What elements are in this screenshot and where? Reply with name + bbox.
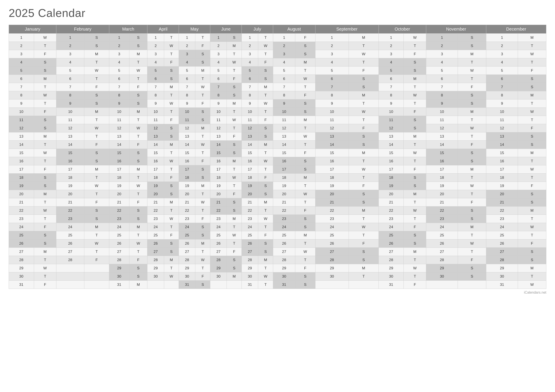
day-num-july-22: 22 — [241, 206, 258, 215]
day-num-february-4: 4 — [56, 58, 84, 66]
day-num-april-19: 19 — [147, 182, 164, 190]
day-num-march-16: 16 — [109, 157, 129, 165]
day-num-june-9: 9 — [210, 100, 226, 108]
calendar-row-18: 18S18T18T18F18S18W18F18M18T18S18T18T — [9, 174, 546, 182]
day-letter-june-24: T — [227, 223, 242, 231]
day-num-december-10: 10 — [486, 108, 518, 116]
day-num-february-28: 28 — [56, 256, 84, 264]
day-num-november-6: 6 — [426, 75, 458, 83]
day-num-february-31 — [56, 281, 84, 289]
day-letter-september-9: T — [349, 100, 379, 108]
day-letter-august-9: S — [295, 100, 315, 108]
day-letter-july-6: S — [258, 75, 273, 83]
day-letter-december-21: S — [518, 198, 546, 206]
day-letter-january-10: F — [34, 108, 56, 116]
day-num-september-9: 9 — [315, 100, 349, 108]
day-num-september-18: 18 — [315, 174, 349, 182]
calendar-row-12: 12S12W12W12S12M12T12S12T12F12S12W12F — [9, 124, 546, 132]
day-num-august-20: 20 — [273, 190, 295, 198]
day-letter-january-18: S — [34, 174, 56, 182]
day-letter-july-16: W — [258, 157, 273, 165]
day-num-september-13: 13 — [315, 132, 349, 141]
day-letter-july-19: S — [258, 182, 273, 190]
day-num-february-26: 26 — [56, 240, 84, 248]
day-letter-september-24: W — [349, 223, 379, 231]
day-letter-june-29: S — [227, 264, 242, 272]
day-num-january-15: 15 — [9, 149, 34, 157]
day-letter-june-15: S — [227, 149, 242, 157]
day-letter-january-2: T — [34, 42, 56, 50]
day-letter-july-29: T — [258, 264, 273, 272]
month-header-february: February — [56, 25, 109, 34]
day-letter-may-20: T — [195, 190, 210, 198]
day-letter-january-3: F — [34, 50, 56, 58]
day-num-may-13: 13 — [179, 132, 195, 141]
day-num-july-29: 29 — [241, 264, 258, 272]
day-letter-january-21: T — [34, 198, 56, 206]
day-letter-february-26: W — [84, 240, 109, 248]
day-num-june-10: 10 — [210, 108, 226, 116]
day-letter-december-22: M — [518, 206, 546, 215]
day-num-january-4: 4 — [9, 58, 34, 66]
day-letter-november-18: T — [458, 174, 486, 182]
day-num-april-3: 3 — [147, 50, 164, 58]
day-letter-april-28: M — [164, 256, 179, 264]
day-letter-november-14: F — [458, 141, 486, 149]
day-num-april-15: 15 — [147, 149, 164, 157]
day-num-june-14: 14 — [210, 141, 226, 149]
day-letter-july-26: S — [258, 240, 273, 248]
day-letter-october-11: S — [404, 116, 426, 124]
day-letter-april-19: S — [164, 182, 179, 190]
day-num-may-20: 20 — [179, 190, 195, 198]
day-letter-october-6: M — [404, 75, 426, 83]
day-letter-june-7: S — [227, 83, 242, 91]
day-num-august-25: 25 — [273, 231, 295, 240]
day-letter-august-4: M — [295, 58, 315, 66]
day-letter-november-21: F — [458, 198, 486, 206]
calendar-row-7: 7T7F7F7M7W7S7M7T7S7T7F7S — [9, 83, 546, 91]
day-num-january-30: 30 — [9, 272, 34, 281]
day-num-november-27: 27 — [426, 248, 458, 256]
day-num-october-6: 6 — [379, 75, 404, 83]
day-letter-february-10: M — [84, 108, 109, 116]
day-letter-october-24: F — [404, 223, 426, 231]
day-num-july-17: 17 — [241, 165, 258, 174]
day-letter-march-3: M — [129, 50, 147, 58]
day-letter-october-18: S — [404, 174, 426, 182]
day-num-november-20: 20 — [426, 190, 458, 198]
day-letter-january-17: F — [34, 165, 56, 174]
day-num-january-28: 28 — [9, 256, 34, 264]
day-num-june-1: 1 — [210, 34, 226, 42]
day-letter-february-11: T — [84, 116, 109, 124]
day-letter-november-31 — [458, 281, 486, 289]
day-letter-october-28: T — [404, 256, 426, 264]
day-letter-april-31 — [164, 281, 179, 289]
day-num-march-4: 4 — [109, 58, 129, 66]
day-num-november-12: 12 — [426, 124, 458, 132]
day-letter-january-26: S — [34, 240, 56, 248]
day-num-may-30: 30 — [179, 272, 195, 281]
day-letter-july-20: S — [258, 190, 273, 198]
day-num-march-2: 2 — [109, 42, 129, 50]
day-letter-december-1: M — [518, 34, 546, 42]
day-num-october-17: 17 — [379, 165, 404, 174]
day-num-march-19: 19 — [109, 182, 129, 190]
day-letter-january-4: S — [34, 58, 56, 66]
day-num-august-11: 11 — [273, 116, 295, 124]
calendar-row-11: 11S11T11T11F11S11W11F11M11T11S11T11T — [9, 116, 546, 124]
day-num-august-2: 2 — [273, 42, 295, 50]
day-num-september-2: 2 — [315, 42, 349, 50]
day-num-february-2: 2 — [56, 42, 84, 50]
day-letter-november-7: F — [458, 83, 486, 91]
day-num-july-21: 21 — [241, 198, 258, 206]
day-letter-april-16: W — [164, 157, 179, 165]
day-letter-november-5: W — [458, 66, 486, 75]
day-letter-november-27: T — [458, 248, 486, 256]
day-num-december-16: 16 — [486, 157, 518, 165]
day-letter-august-13: W — [295, 132, 315, 141]
day-num-june-3: 3 — [210, 50, 226, 58]
day-letter-may-26: M — [195, 240, 210, 248]
day-letter-march-27: T — [129, 248, 147, 256]
day-letter-january-7: T — [34, 83, 56, 91]
day-num-june-4: 4 — [210, 58, 226, 66]
